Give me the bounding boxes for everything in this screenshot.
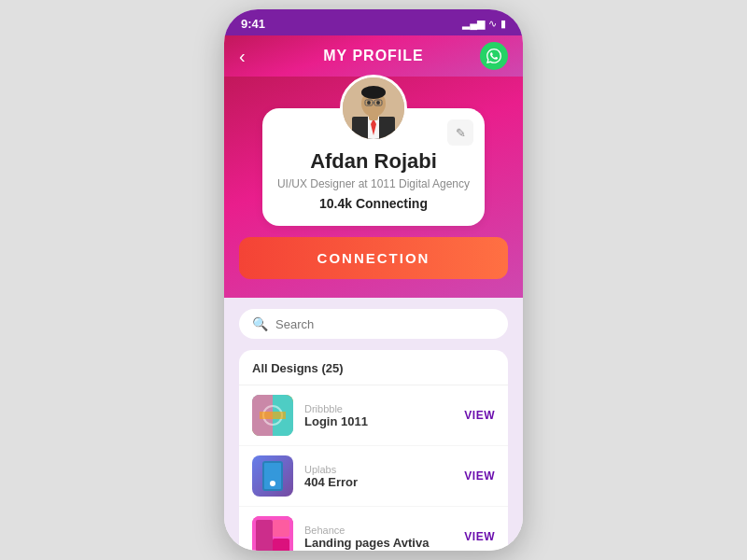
profile-job-title: UI/UX Designer at 1011 Digital Agency — [277, 177, 470, 190]
avatar-wrapper — [340, 75, 407, 142]
svg-point-6 — [361, 86, 386, 99]
svg-point-8 — [376, 101, 380, 105]
view-button-0[interactable]: VIEW — [464, 409, 495, 422]
search-input[interactable] — [275, 317, 495, 331]
profile-name: Afdan Rojabi — [277, 149, 470, 174]
design-info: Uplabs 404 Error — [304, 464, 453, 489]
design-thumb-behance — [252, 516, 293, 551]
whatsapp-icon — [486, 49, 501, 63]
view-button-1[interactable]: VIEW — [464, 469, 495, 483]
profile-hero: ✎ Afdan Rojabi UI/UX Designer at 1011 Di… — [224, 77, 523, 298]
design-name: Landing pages Avtiva — [304, 536, 453, 550]
wifi-icon: ∿ — [488, 18, 497, 30]
status-icons: ▂▄▆ ∿ ▮ — [462, 18, 506, 30]
whatsapp-button[interactable] — [480, 42, 508, 70]
svg-rect-15 — [260, 412, 286, 419]
svg-rect-17 — [256, 520, 273, 551]
edit-button[interactable]: ✎ — [447, 119, 473, 146]
status-bar: 9:41 ▂▄▆ ∿ ▮ — [224, 9, 523, 35]
status-time: 9:41 — [241, 17, 265, 31]
design-source: Uplabs — [304, 464, 453, 475]
phone-frame: 9:41 ▂▄▆ ∿ ▮ ‹ MY PROFILE — [224, 9, 523, 551]
svg-rect-19 — [273, 539, 289, 551]
design-name: Login 1011 — [304, 414, 453, 428]
design-info: Behance Landing pages Avtiva — [304, 525, 453, 550]
design-source: Behance — [304, 525, 453, 536]
content-area: 🔍 All Designs (25) Dribbble Login — [224, 298, 523, 551]
list-item[interactable]: Behance Landing pages Avtiva VIEW — [239, 507, 508, 551]
design-name: 404 Error — [304, 475, 453, 489]
back-button[interactable]: ‹ — [239, 47, 246, 65]
design-thumb-dribbble — [252, 395, 293, 436]
profile-stats: 10.4k Connecting — [277, 196, 470, 211]
search-icon: 🔍 — [252, 316, 268, 331]
svg-rect-18 — [273, 520, 289, 537]
list-item[interactable]: Uplabs 404 Error VIEW — [239, 446, 508, 507]
battery-icon: ▮ — [500, 18, 506, 30]
search-bar: 🔍 — [239, 309, 508, 339]
edit-icon: ✎ — [456, 126, 466, 140]
avatar — [340, 75, 407, 142]
section-header: All Designs (25) — [239, 361, 508, 385]
header-title: MY PROFILE — [323, 48, 424, 64]
list-item[interactable]: Dribbble Login 1011 VIEW — [239, 385, 508, 446]
signal-icon: ▂▄▆ — [462, 18, 485, 30]
design-thumb-uplabs — [252, 455, 293, 497]
designs-section: All Designs (25) Dribbble Login 1011 VIE… — [239, 350, 508, 551]
svg-point-7 — [367, 101, 371, 105]
view-button-2[interactable]: VIEW — [464, 530, 495, 543]
header: ‹ MY PROFILE — [224, 35, 523, 77]
phone-mockup-icon — [262, 461, 283, 491]
design-source: Dribbble — [304, 403, 453, 414]
connection-button[interactable]: CONNECTION — [239, 237, 508, 279]
design-info: Dribbble Login 1011 — [304, 403, 453, 428]
